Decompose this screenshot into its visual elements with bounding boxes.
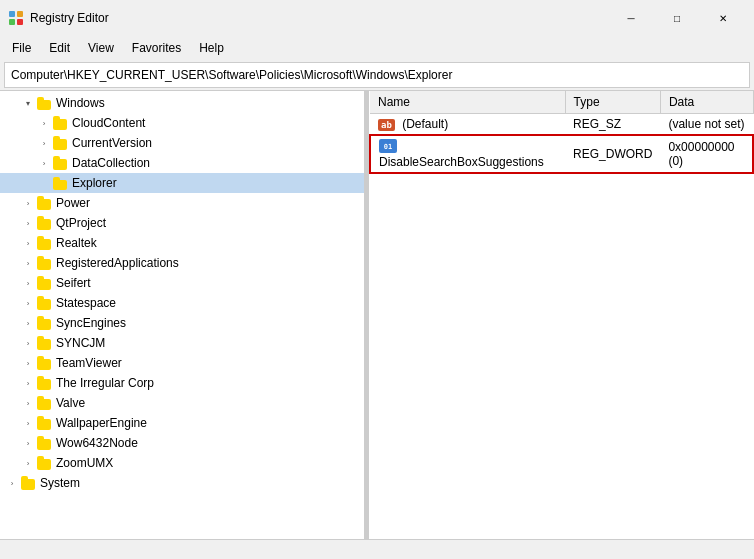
window-controls: ─ □ ✕ [608,4,746,32]
expander-power: › [20,195,36,211]
svg-text:01: 01 [384,143,392,151]
folder-icon-currentversion [52,136,68,150]
folder-icon-syncjm [36,336,52,350]
folder-icon-seifert [36,276,52,290]
folder-icon-system [20,476,36,490]
tree-item-irregularcorp[interactable]: › The Irregular Corp [0,373,364,393]
expander-wow6432node: › [20,435,36,451]
expander-valve: › [20,395,36,411]
table-row-selected[interactable]: 01 DisableSearchBoxSuggestions REG_DWORD… [370,135,753,173]
col-name[interactable]: Name [370,91,565,114]
tree-item-wow6432node[interactable]: › Wow6432Node [0,433,364,453]
tree-panel[interactable]: ▾ Windows › CloudContent › CurrentVersio… [0,91,365,539]
expander-syncengines: › [20,315,36,331]
tree-label-syncengines: SyncEngines [56,316,126,330]
folder-icon-syncengines [36,316,52,330]
expander-realtek: › [20,235,36,251]
expander-wallpaperengine: › [20,415,36,431]
row1-data: (value not set) [660,114,753,136]
minimize-button[interactable]: ─ [608,4,654,32]
folder-icon-statespace [36,296,52,310]
folder-icon-qtproject [36,216,52,230]
tree-item-cloudcontent[interactable]: › CloudContent [0,113,364,133]
ab-icon: ab [378,119,395,131]
maximize-button[interactable]: □ [654,4,700,32]
tree-item-valve[interactable]: › Valve [0,393,364,413]
folder-icon-zoomumx [36,456,52,470]
tree-label-syncjm: SYNCJM [56,336,105,350]
expander-windows: ▾ [20,95,36,111]
col-type[interactable]: Type [565,91,660,114]
row2-type: REG_DWORD [565,135,660,173]
tree-item-seifert[interactable]: › Seifert [0,273,364,293]
col-data[interactable]: Data [660,91,753,114]
tree-item-zoomumx[interactable]: › ZoomUMX [0,453,364,473]
expander-irregularcorp: › [20,375,36,391]
expander-currentversion: › [36,135,52,151]
row1-name: ab (Default) [370,114,565,136]
tree-label-teamviewer: TeamViewer [56,356,122,370]
tree-item-qtproject[interactable]: › QtProject [0,213,364,233]
menu-file[interactable]: File [4,39,39,57]
expander-system: › [4,475,20,491]
window-title: Registry Editor [30,11,608,25]
expander-qtproject: › [20,215,36,231]
row2-data: 0x00000000 (0) [660,135,753,173]
menu-favorites[interactable]: Favorites [124,39,189,57]
expander-registeredapps: › [20,255,36,271]
tree-label-qtproject: QtProject [56,216,106,230]
dword-icon: 01 [379,139,397,153]
svg-rect-3 [17,19,23,25]
address-bar[interactable]: Computer\HKEY_CURRENT_USER\Software\Poli… [4,62,750,88]
expander-explorer [36,175,52,191]
folder-icon-valve [36,396,52,410]
tree-item-syncjm[interactable]: › SYNCJM [0,333,364,353]
tree-item-wallpaperengine[interactable]: › WallpaperEngine [0,413,364,433]
tree-item-datacollection[interactable]: › DataCollection [0,153,364,173]
tree-item-realtek[interactable]: › Realtek [0,233,364,253]
folder-icon-datacollection [52,156,68,170]
expander-zoomumx: › [20,455,36,471]
tree-item-syncengines[interactable]: › SyncEngines [0,313,364,333]
tree-label-wallpaperengine: WallpaperEngine [56,416,147,430]
expander-syncjm: › [20,335,36,351]
folder-icon-registeredapps [36,256,52,270]
svg-rect-2 [9,19,15,25]
address-path: Computer\HKEY_CURRENT_USER\Software\Poli… [11,68,452,82]
tree-label-datacollection: DataCollection [72,156,150,170]
table-row[interactable]: ab (Default) REG_SZ (value not set) [370,114,753,136]
tree-label-registeredapps: RegisteredApplications [56,256,179,270]
expander-datacollection: › [36,155,52,171]
tree-item-system[interactable]: › System [0,473,364,493]
tree-item-teamviewer[interactable]: › TeamViewer [0,353,364,373]
row1-type: REG_SZ [565,114,660,136]
table-header-row: Name Type Data [370,91,753,114]
tree-item-statespace[interactable]: › Statespace [0,293,364,313]
tree-label-valve: Valve [56,396,85,410]
tree-item-windows[interactable]: ▾ Windows [0,93,364,113]
close-button[interactable]: ✕ [700,4,746,32]
expander-seifert: › [20,275,36,291]
folder-icon-windows [36,96,52,110]
folder-icon-cloudcontent [52,116,68,130]
tree-label-cloudcontent: CloudContent [72,116,145,130]
tree-item-explorer[interactable]: Explorer [0,173,364,193]
folder-icon-teamviewer [36,356,52,370]
tree-label-statespace: Statespace [56,296,116,310]
svg-rect-1 [17,11,23,17]
folder-icon-wallpaperengine [36,416,52,430]
menu-view[interactable]: View [80,39,122,57]
tree-label-irregularcorp: The Irregular Corp [56,376,154,390]
tree-item-currentversion[interactable]: › CurrentVersion [0,133,364,153]
menu-edit[interactable]: Edit [41,39,78,57]
folder-icon-power [36,196,52,210]
menu-help[interactable]: Help [191,39,232,57]
expander-cloudcontent: › [36,115,52,131]
tree-item-power[interactable]: › Power [0,193,364,213]
tree-label-wow6432node: Wow6432Node [56,436,138,450]
tree-label-power: Power [56,196,90,210]
registry-table: Name Type Data ab (Default) REG_SZ (valu… [369,91,754,174]
tree-label-explorer: Explorer [72,176,117,190]
tree-item-registeredapps[interactable]: › RegisteredApplications [0,253,364,273]
tree-label-zoomumx: ZoomUMX [56,456,113,470]
